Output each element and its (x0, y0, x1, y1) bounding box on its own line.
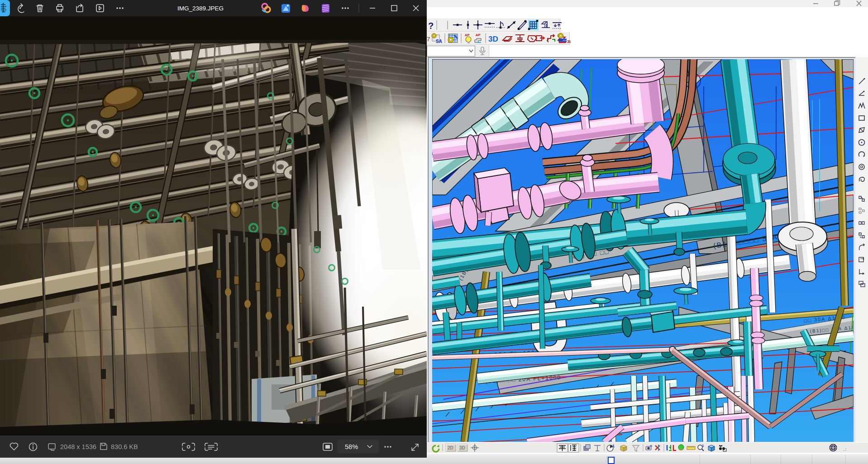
svg-text:3U: 3U (567, 39, 571, 44)
svg-text:3D: 3D (459, 445, 465, 450)
svg-text:SA: SA (436, 39, 442, 44)
svg-text:3D: 3D (488, 35, 498, 43)
svg-text:?: ? (428, 21, 434, 31)
svg-text:7: 7 (427, 36, 430, 43)
svg-text:2048 x 1536: 2048 x 1536 (60, 443, 96, 450)
svg-text:IMG_2389.JPEG: IMG_2389.JPEG (177, 5, 224, 12)
svg-text:1: 1 (612, 444, 615, 448)
svg-text:58%: 58% (345, 443, 358, 450)
svg-text:1: 1 (702, 444, 704, 448)
svg-text:2D: 2D (448, 445, 453, 450)
svg-text:830.6 KB: 830.6 KB (111, 443, 138, 450)
svg-text:AP: AP (476, 33, 480, 37)
